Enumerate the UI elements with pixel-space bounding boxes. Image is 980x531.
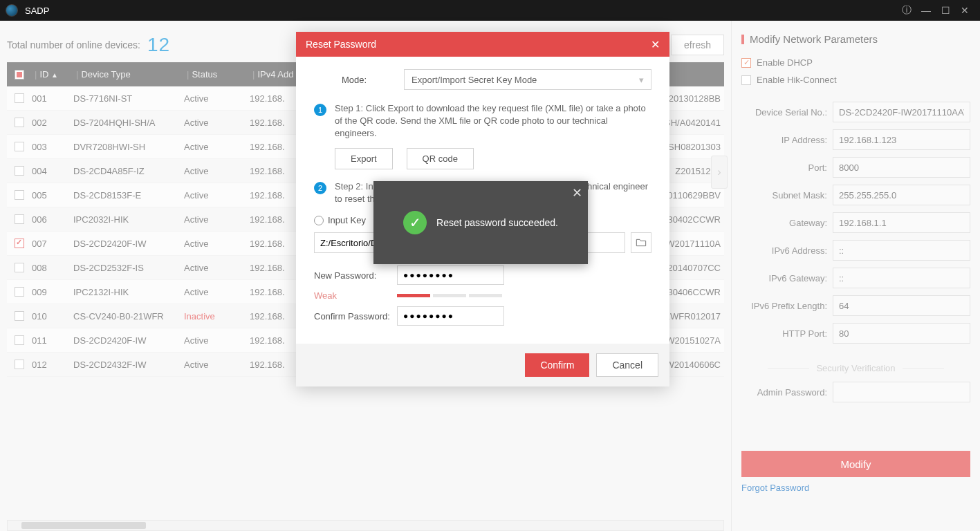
new-password-label: New Password: — [314, 270, 397, 281]
export-button[interactable]: Export — [335, 148, 393, 169]
toast-close-icon[interactable]: ✕ — [572, 185, 582, 201]
confirm-button[interactable]: Confirm — [525, 353, 589, 377]
confirm-password-input[interactable] — [397, 306, 504, 326]
password-strength-bar — [397, 294, 502, 297]
app-title: SADP — [25, 6, 49, 16]
titlebar: SADP ⓘ ― ☐ ✕ — [0, 0, 980, 21]
minimize-icon[interactable]: ― — [916, 0, 936, 21]
confirm-password-label: Confirm Password: — [314, 311, 397, 322]
info-icon[interactable]: ⓘ — [897, 0, 916, 21]
password-strength-label: Weak — [314, 290, 397, 301]
maximize-icon[interactable]: ☐ — [936, 0, 955, 21]
new-password-input[interactable] — [397, 266, 504, 285]
chevron-down-icon: ▾ — [639, 75, 644, 85]
success-toast: ✕ ✓ Reset password succeeded. — [373, 181, 588, 264]
browse-folder-icon[interactable] — [631, 232, 651, 253]
input-key-radio[interactable]: Input Key — [314, 215, 366, 225]
step-1-text: Step 1: Click Export to download the key… — [335, 102, 651, 140]
qr-code-button[interactable]: QR code — [407, 148, 474, 169]
toast-message: Reset password succeeded. — [436, 217, 558, 228]
cancel-button[interactable]: Cancel — [596, 353, 658, 377]
modal-close-icon[interactable]: ✕ — [651, 38, 660, 51]
success-check-icon: ✓ — [403, 211, 427, 234]
modal-title: Reset Password — [306, 39, 376, 50]
mode-select[interactable]: Export/Import Secret Key Mode▾ — [404, 69, 651, 90]
step-1-badge: 1 — [314, 104, 326, 116]
mode-label: Mode: — [314, 75, 404, 85]
step-2-badge: 2 — [314, 182, 326, 194]
close-icon[interactable]: ✕ — [955, 0, 974, 21]
app-logo — [6, 4, 18, 17]
